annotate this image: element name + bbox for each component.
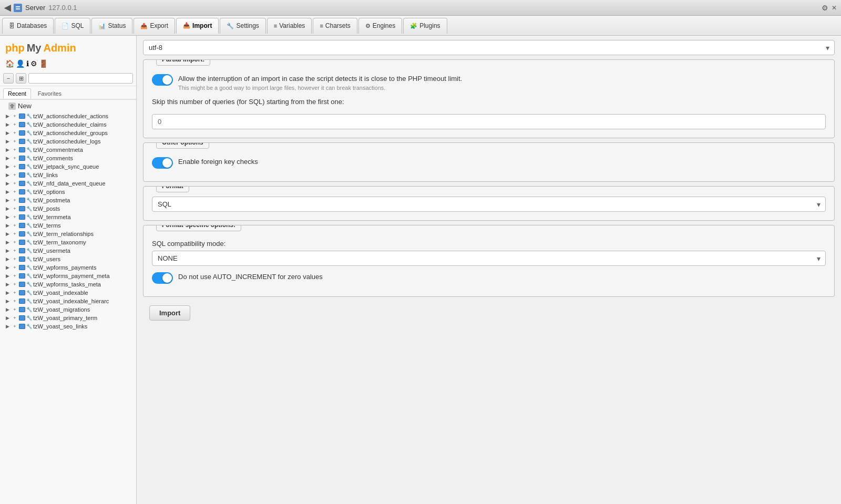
sidebar-item-label: tzW_postmeta — [33, 197, 70, 203]
skip-input[interactable] — [152, 114, 826, 129]
sidebar-item[interactable]: ▶ + 🔧 tzW_options — [0, 188, 136, 196]
tab-export[interactable]: 📤 Export — [134, 18, 175, 34]
import-button[interactable]: Import — [149, 305, 190, 321]
tab-plugins[interactable]: 🧩 Plugins — [403, 18, 447, 34]
tab-databases[interactable]: 🗄 Databases — [2, 18, 54, 34]
tab-settings[interactable]: 🔧 Settings — [220, 18, 265, 34]
auto-increment-toggle[interactable] — [152, 272, 173, 284]
collapse-btn[interactable]: − — [3, 73, 14, 84]
table-icon: 🔧 — [19, 248, 32, 253]
settings-icon[interactable]: ⚙ — [30, 59, 37, 68]
user-icon[interactable]: 👤 — [16, 59, 25, 68]
sidebar-item-label: tzW_posts — [33, 205, 60, 212]
tab-import[interactable]: 📥 Import — [176, 18, 219, 34]
sidebar-item[interactable]: ▶ + 🔧 tzW_commentmeta — [0, 146, 136, 154]
expand-icon: ▶ — [4, 180, 11, 187]
sidebar-item[interactable]: ▶ + 🔧 tzW_comments — [0, 154, 136, 162]
sidebar-item-label: tzW_actionscheduler_groups — [33, 130, 108, 136]
expand-icon: ▶ — [4, 163, 11, 170]
sidebar-item[interactable]: ▶ + 🔧 tzW_actionscheduler_actions — [0, 112, 136, 120]
sidebar-item[interactable]: ▶ + 🔧 tzW_wpforms_tasks_meta — [0, 280, 136, 289]
close-icon[interactable]: ✕ — [832, 4, 837, 12]
table-icon: 🔧 — [19, 231, 32, 236]
expand-icon: ▶ — [4, 281, 11, 287]
sidebar-item[interactable]: ▶ + 🔧 tzW_termmeta — [0, 213, 136, 221]
status-icon: 📊 — [98, 23, 106, 29]
charset-select[interactable]: utf-8 utf-16 latin1 utf8mb4 — [143, 40, 835, 55]
sidebar-item-label: tzW_terms — [33, 222, 61, 229]
sidebar-item[interactable]: ▶ + 🔧 tzW_actionscheduler_groups — [0, 129, 136, 137]
expand-btn[interactable]: ⊞ — [16, 73, 26, 84]
tab-databases-label: Databases — [17, 22, 47, 29]
exit-icon[interactable]: 🚪 — [39, 59, 48, 68]
foreign-key-toggle[interactable] — [152, 157, 173, 169]
sidebar-item-label: tzW_wpforms_payment_meta — [33, 273, 110, 279]
sidebar-item[interactable]: ▶ + 🔧 tzW_wpforms_payment_meta — [0, 272, 136, 280]
sidebar-search-input[interactable] — [28, 73, 133, 84]
sidebar-item[interactable]: ▶ + 🔧 tzW_term_relationships — [0, 230, 136, 238]
sidebar-item-label: tzW_actionscheduler_logs — [33, 138, 100, 145]
back-button[interactable]: ◀ — [4, 3, 11, 13]
sidebar-item[interactable]: ▶ + 🔧 tzW_postmeta — [0, 196, 136, 204]
sidebar-item[interactable]: ▶ + 🔧 tzW_yoast_migrations — [0, 305, 136, 314]
tab-engines[interactable]: ⚙ Engines — [358, 18, 402, 34]
table-icon: 🔧 — [19, 122, 32, 127]
server-icon — [14, 4, 22, 12]
sidebar-item[interactable]: ▶ + 🔧 tzW_posts — [0, 204, 136, 213]
plus-icon: + — [12, 113, 18, 119]
sidebar-item[interactable]: ▶ + 🔧 tzW_nfd_data_event_queue — [0, 179, 136, 188]
plus-icon: + — [12, 290, 18, 296]
expand-icon: ▶ — [4, 231, 11, 237]
tab-sql[interactable]: 📄 SQL — [55, 18, 90, 34]
info-icon[interactable]: ℹ — [26, 59, 29, 68]
sidebar-item[interactable]: ▶ + 🔧 tzW_actionscheduler_claims — [0, 120, 136, 129]
tab-status-label: Status — [108, 22, 126, 29]
logo: php My Admin — [0, 38, 136, 58]
compat-select[interactable]: NONE ANSI DB2 MAXDB MYSQL323 MYSQL40 MSS… — [152, 251, 826, 266]
sidebar-item-label: tzW_termmeta — [33, 214, 71, 220]
sidebar-item[interactable]: ▶ + 🔧 tzW_yoast_seo_links — [0, 322, 136, 331]
sidebar-item[interactable]: ▶ + 🔧 tzW_usermeta — [0, 246, 136, 255]
sidebar-item[interactable]: ▶ + 🔧 tzW_actionscheduler_logs — [0, 137, 136, 146]
table-icon: 🔧 — [19, 130, 32, 136]
charset-section: utf-8 utf-16 latin1 utf8mb4 — [143, 40, 835, 55]
plus-icon: + — [12, 315, 18, 321]
sidebar-item-label: tzW_actionscheduler_claims — [33, 121, 106, 128]
sidebar-item[interactable]: ▶ + 🔧 tzW_terms — [0, 221, 136, 230]
sidebar-item[interactable]: ▶ + 🔧 tzW_users — [0, 255, 136, 263]
sidebar-tab-favorites[interactable]: Favorites — [33, 88, 66, 99]
tab-status[interactable]: 📊 Status — [91, 18, 132, 34]
logo-php: php — [5, 42, 25, 54]
sidebar-item[interactable]: ▶ + 🔧 tzW_jetpack_sync_queue — [0, 162, 136, 171]
sidebar-item[interactable]: ▶ + 🔧 tzW_links — [0, 171, 136, 179]
auto-increment-label: Do not use AUTO_INCREMENT for zero value… — [178, 272, 323, 282]
table-icon: 🔧 — [19, 156, 32, 161]
sidebar-item[interactable]: ▶ + 🔧 tzW_term_taxonomy — [0, 238, 136, 246]
sidebar-new[interactable]: New — [0, 100, 136, 112]
sidebar-toolbar: − ⊞ — [0, 71, 136, 86]
partial-import-toggle[interactable] — [152, 74, 173, 86]
expand-icon: ▶ — [4, 147, 11, 153]
sidebar-tab-recent[interactable]: Recent — [3, 88, 31, 99]
sidebar-item-label: tzW_term_taxonomy — [33, 239, 86, 245]
home-icon[interactable]: 🏠 — [5, 59, 14, 68]
plus-icon: + — [12, 273, 18, 279]
logo-mya: My — [27, 42, 42, 54]
tab-charsets[interactable]: ≡ Charsets — [313, 18, 357, 34]
partial-import-sublabel: This might be a good way to import large… — [178, 85, 462, 91]
sidebar-item-label: tzW_links — [33, 172, 58, 178]
expand-icon: ▶ — [4, 315, 11, 321]
format-select[interactable]: SQL CSV JSON XML — [152, 197, 826, 212]
gear-icon[interactable]: ⚙ — [822, 4, 828, 12]
expand-icon: ▶ — [4, 197, 11, 203]
tab-settings-label: Settings — [236, 22, 259, 29]
table-icon: 🔧 — [19, 290, 32, 295]
sidebar-item[interactable]: ▶ + 🔧 tzW_yoast_indexable_hierarc — [0, 297, 136, 305]
sidebar-item[interactable]: ▶ + 🔧 tzW_wpforms_payments — [0, 263, 136, 272]
sidebar-item-label: tzW_commentmeta — [33, 147, 83, 153]
foreign-key-label: Enable foreign key checks — [178, 157, 258, 167]
sidebar-item[interactable]: ▶ + 🔧 tzW_yoast_indexable — [0, 289, 136, 297]
plus-icon: + — [12, 264, 18, 271]
sidebar-item[interactable]: ▶ + 🔧 tzW_yoast_primary_term — [0, 314, 136, 322]
tab-variables[interactable]: ≡ Variables — [267, 18, 312, 34]
